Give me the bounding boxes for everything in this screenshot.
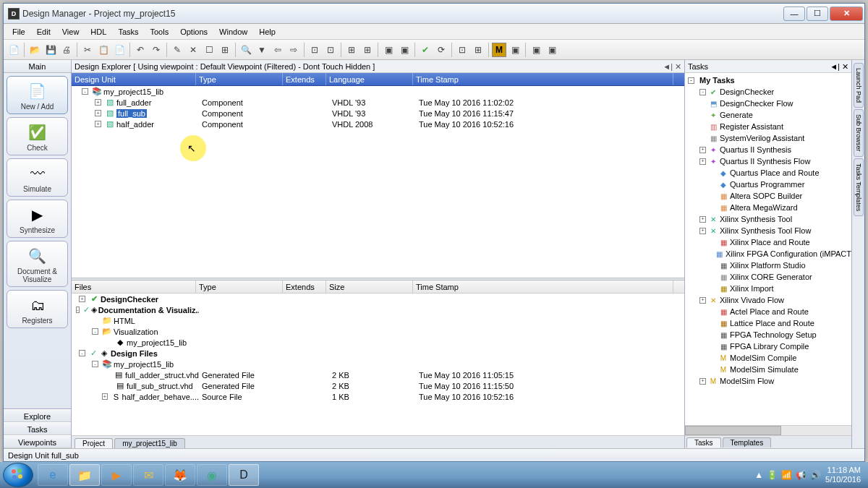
task-item[interactable]: ▦Lattice Place and Route	[685, 317, 851, 329]
task-item[interactable]: ▦Xilinx CORE Generator	[685, 271, 851, 283]
redo-icon[interactable]: ↷	[149, 43, 163, 57]
tab-templates[interactable]: Templates	[723, 437, 772, 448]
fwd-icon[interactable]: ⇨	[286, 43, 301, 57]
task-item[interactable]: ◆Quartus Place and Route	[685, 167, 851, 179]
menu-options[interactable]: Options	[174, 26, 213, 38]
tb-icon6[interactable]: ▣	[397, 43, 412, 57]
tree-toggle-icon[interactable]: +	[699, 297, 706, 304]
task-item[interactable]: ▦Xilinx Import	[685, 283, 851, 294]
pin-icon[interactable]: ◄|	[663, 60, 673, 73]
vtab-sub-browser[interactable]: Sub Browser	[854, 109, 864, 157]
column-header[interactable]: Language	[326, 73, 413, 85]
task-item[interactable]: -✔DesignChecker	[685, 86, 851, 98]
column-header[interactable]: Design Unit	[72, 73, 196, 85]
maximize-button[interactable]: ☐	[807, 7, 828, 21]
tree-toggle-icon[interactable]: +	[699, 216, 706, 223]
taskbar-app[interactable]: ▶	[101, 464, 132, 486]
files-tree[interactable]: +✔DesignChecker-✓◈Documentation & Visual…	[72, 294, 684, 435]
task-item[interactable]: ▦Xilinx FPGA Configuration (iMPACT	[685, 248, 851, 260]
open-icon[interactable]: 📂	[27, 43, 42, 57]
tasks-body[interactable]: - My Tasks -✔DesignChecker⬒DesignChecker…	[685, 73, 851, 425]
file-row[interactable]: -📂Visualization	[72, 326, 684, 337]
close-button[interactable]: ✕	[830, 7, 863, 21]
menu-hdl[interactable]: HDL	[85, 26, 112, 38]
task-item[interactable]: ⬒DesignChecker Flow	[685, 98, 851, 109]
menu-window[interactable]: Window	[213, 26, 253, 38]
task-item[interactable]: ▦SystemVerilog Assistant	[685, 132, 851, 144]
taskbar-app[interactable]: ◉	[197, 464, 227, 486]
pin-icon[interactable]: ◄|	[830, 62, 840, 71]
tree-toggle-icon[interactable]: +	[699, 378, 706, 385]
edit-icon[interactable]: ✎	[170, 43, 184, 57]
menu-tools[interactable]: Tools	[145, 26, 175, 38]
minimize-button[interactable]: —	[783, 7, 805, 21]
start-button[interactable]	[3, 463, 33, 487]
tb-m-icon[interactable]: M	[492, 43, 506, 57]
tb-icon8[interactable]: ⊡	[455, 43, 469, 57]
column-header[interactable]: Files	[72, 281, 196, 293]
column-header[interactable]: Time Stamp	[413, 281, 673, 293]
sidebar-item-synthesize[interactable]: ▶Synthesize	[7, 200, 68, 238]
new-icon[interactable]: 📄	[7, 43, 21, 57]
file-row[interactable]: 📁HTML	[72, 315, 684, 326]
taskbar-app[interactable]: e	[38, 464, 68, 486]
tasks-hscroll[interactable]	[685, 425, 851, 435]
sidebar-tab-tasks[interactable]: Tasks	[4, 422, 71, 435]
task-item[interactable]: MModelSim Simulate	[685, 364, 851, 375]
tb-icon2[interactable]: ⊡	[323, 43, 338, 57]
find-icon[interactable]: 🔍	[239, 43, 253, 57]
file-row[interactable]: +✔DesignChecker	[72, 294, 684, 304]
tb-icon5[interactable]: ▣	[381, 43, 396, 57]
tree-toggle-icon[interactable]: +	[95, 121, 101, 127]
sidebar-item-new-add[interactable]: 📄New / Add	[7, 76, 68, 114]
print-icon[interactable]: 🖨	[59, 43, 74, 57]
menu-tasks[interactable]: Tasks	[112, 26, 144, 38]
tree-toggle-icon[interactable]: +	[699, 147, 706, 153]
task-item[interactable]: +✕Xilinx Vivado Flow	[685, 294, 851, 306]
menu-edit[interactable]: Edit	[31, 26, 56, 38]
sidebar-tab-explore[interactable]: Explore	[4, 409, 71, 422]
task-item[interactable]: ▦FPGA Library Compile	[685, 341, 851, 352]
column-header[interactable]: Time Stamp	[413, 73, 673, 85]
column-header[interactable]: Type	[196, 281, 283, 293]
column-header[interactable]: Size	[326, 281, 413, 293]
tree-toggle-icon[interactable]: -	[76, 307, 80, 313]
sidebar-item-check[interactable]: ✅Check	[7, 117, 68, 155]
menu-file[interactable]: File	[7, 26, 31, 38]
inner-close-icon[interactable]: ✕	[842, 62, 848, 71]
tb-icon4[interactable]: ⊞	[360, 43, 375, 57]
tray-icon[interactable]: 🔊	[810, 470, 821, 480]
tree-toggle-icon[interactable]: -	[699, 89, 706, 95]
task-item[interactable]: +✕Xilinx Synthesis Tool	[685, 213, 851, 225]
explorer-tree[interactable]: ↖ -📚my_project15_lib+▧full_adderComponen…	[72, 86, 684, 278]
clock[interactable]: 11:18 AM 5/10/2016	[825, 466, 861, 484]
tb-icon[interactable]: ⊡	[307, 43, 322, 57]
tree-row[interactable]: +▧half_adderComponentVHDL 2008Tue May 10…	[72, 119, 684, 129]
tree-toggle-icon[interactable]: +	[79, 296, 85, 302]
task-item[interactable]: ▦Actel Place and Route	[685, 306, 851, 317]
sidebar-item-document-visualize[interactable]: 🔍Document & Visualize	[7, 241, 68, 287]
file-row[interactable]: +Shalf_adder_behave....Source File1 KBTu…	[72, 391, 684, 402]
tree-toggle-icon[interactable]: -	[82, 88, 88, 95]
taskbar-app[interactable]: D	[229, 464, 259, 486]
back-icon[interactable]: ⇦	[271, 43, 285, 57]
task-item[interactable]: ▦Altera MegaWizard	[685, 202, 851, 213]
task-item[interactable]: ▦FPGA Technology Setup	[685, 329, 851, 341]
task-item[interactable]: ▦Xilinx Platform Studio	[685, 260, 851, 271]
sidebar-tab-viewpoints[interactable]: Viewpoints	[4, 435, 71, 448]
undo-icon[interactable]: ↶	[133, 43, 148, 57]
task-item[interactable]: +✦Quartus II Synthesis	[685, 144, 851, 155]
tree-toggle-icon[interactable]: -	[92, 361, 98, 367]
taskbar-app[interactable]: ✉	[133, 464, 163, 486]
task-item[interactable]: ✦Generate	[685, 109, 851, 121]
tree-toggle-icon[interactable]: +	[102, 393, 108, 400]
paste-icon[interactable]: 📄	[112, 43, 127, 57]
tray-icon[interactable]: 🔋	[767, 470, 778, 480]
tree-toggle-icon[interactable]: +	[95, 110, 101, 116]
tree-toggle-icon[interactable]: +	[95, 99, 101, 106]
vtab-launch-pad[interactable]: Launch Pad	[854, 63, 864, 108]
save-icon[interactable]: 💾	[43, 43, 58, 57]
sidebar-item-registers[interactable]: 🗂Registers	[7, 290, 68, 328]
tab-project[interactable]: Project	[75, 438, 113, 448]
tb-icon12[interactable]: ▣	[545, 43, 559, 57]
